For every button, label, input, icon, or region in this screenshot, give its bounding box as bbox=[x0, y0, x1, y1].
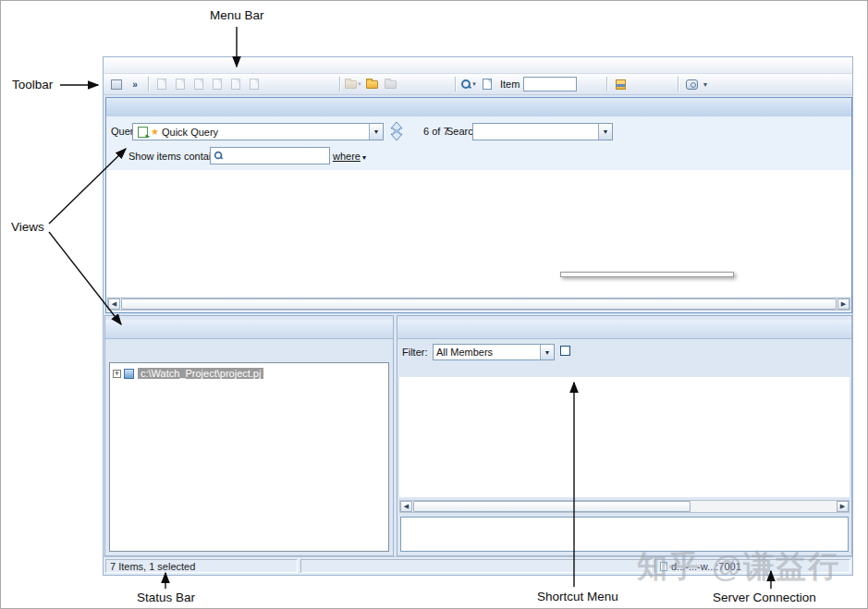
sandbox-tab-strip bbox=[105, 320, 393, 339]
toolbar: » ▾ ▾ Item ▼ bbox=[104, 74, 852, 95]
search-combobox[interactable]: ▼ bbox=[472, 123, 613, 140]
filter-items-input[interactable] bbox=[210, 147, 330, 164]
where-link[interactable]: where bbox=[333, 151, 366, 162]
members-panel: Filter: All Members ▼ ◀ ▶ bbox=[397, 315, 852, 556]
expander-plus-icon[interactable]: + bbox=[113, 370, 121, 378]
toolbar-separator bbox=[606, 77, 607, 91]
annotation-server-connection: Server Connection bbox=[713, 591, 816, 604]
annotation-shortcut-menu: Shortcut Menu bbox=[537, 590, 618, 603]
items-table-header bbox=[106, 170, 851, 186]
scroll-right-icon[interactable]: ▶ bbox=[837, 501, 849, 512]
query-panel: Query: ★Quick Query ▼ 6 of 7 Search: ▼ S… bbox=[106, 116, 851, 170]
scrollbar-thumb[interactable] bbox=[121, 298, 837, 310]
toolbar-overflow-chevron[interactable]: » bbox=[126, 76, 144, 92]
change-package-icon[interactable] bbox=[611, 76, 630, 92]
sandbox-root-node[interactable]: + c:\Watch_Project\project.pj bbox=[113, 366, 385, 381]
search-icon[interactable]: ▾ bbox=[459, 76, 478, 92]
view-tab-strip bbox=[106, 98, 851, 116]
search-dropdown-button[interactable]: ▼ bbox=[598, 124, 612, 140]
closed-folder-icon bbox=[381, 76, 399, 92]
query-view: Query: ★Quick Query ▼ 6 of 7 Search: ▼ S… bbox=[105, 97, 852, 313]
refresh-view-icon[interactable] bbox=[682, 76, 701, 92]
item-id-input[interactable] bbox=[523, 77, 577, 91]
screenshot-canvas: » ▾ ▾ Item ▼ bbox=[0, 0, 868, 609]
scroll-left-icon[interactable]: ◀ bbox=[400, 501, 412, 512]
item-action-icon-3 bbox=[189, 76, 208, 92]
edit-item-icon[interactable] bbox=[478, 76, 496, 92]
item-action-icon-5 bbox=[226, 76, 245, 92]
filter-dropdown-button[interactable]: ▼ bbox=[540, 345, 554, 359]
member-tree bbox=[399, 377, 850, 497]
toolbar-separator bbox=[678, 77, 679, 91]
result-range: 6 of 7 bbox=[423, 126, 449, 137]
query-combobox[interactable]: ★Quick Query ▼ bbox=[132, 123, 384, 140]
scrollbar-thumb[interactable] bbox=[413, 501, 691, 512]
item-action-icon-1 bbox=[153, 76, 171, 92]
item-action-icon-4 bbox=[208, 76, 226, 92]
member-filter-row: Filter: All Members ▼ bbox=[401, 343, 855, 361]
annotation-toolbar: Toolbar bbox=[12, 78, 53, 91]
application-window: » ▾ ▾ Item ▼ bbox=[103, 56, 853, 576]
open-project-icon[interactable] bbox=[362, 76, 381, 92]
shortcut-menu bbox=[560, 272, 734, 277]
watermark: 知乎 @谦益行 bbox=[637, 546, 840, 588]
query-icon bbox=[138, 127, 148, 138]
query-value: Quick Query bbox=[162, 127, 218, 138]
member-hscrollbar[interactable]: ◀ ▶ bbox=[399, 500, 850, 513]
item-action-icon-2 bbox=[171, 76, 189, 92]
annotation-menu-bar: Menu Bar bbox=[210, 8, 264, 22]
scroll-right-icon[interactable]: ▶ bbox=[837, 298, 850, 310]
filter-combobox[interactable]: All Members ▼ bbox=[433, 344, 555, 360]
search-icon bbox=[214, 152, 223, 160]
toolbar-separator bbox=[455, 77, 456, 91]
items-table-hscrollbar[interactable]: ◀ ▶ bbox=[107, 298, 850, 311]
query-dropdown-button[interactable]: ▼ bbox=[369, 124, 383, 140]
sandbox-folder-icon: ▾ bbox=[344, 76, 362, 92]
sandboxes-panel: + c:\Watch_Project\project.pj bbox=[104, 315, 394, 556]
status-items-summary: 7 Items, 1 selected bbox=[105, 559, 298, 573]
scroll-left-icon[interactable]: ◀ bbox=[108, 298, 120, 310]
viewset-icon[interactable] bbox=[107, 76, 126, 92]
sandbox-icon bbox=[124, 369, 134, 379]
status-middle-section bbox=[300, 559, 652, 573]
toolbar-separator bbox=[339, 77, 340, 91]
favorite-star-icon: ★ bbox=[151, 127, 159, 137]
navigate-results-icon[interactable] bbox=[389, 121, 404, 141]
annotation-status-bar: Status Bar bbox=[137, 591, 195, 604]
filter-label: Filter: bbox=[402, 347, 428, 358]
toolbar-separator bbox=[148, 77, 149, 91]
sandbox-root-path: c:\Watch_Project\project.pj bbox=[138, 368, 263, 379]
member-table-header bbox=[399, 363, 850, 377]
dropdown-arrow-icon[interactable]: ▼ bbox=[702, 81, 708, 88]
member-tab-strip bbox=[397, 320, 851, 339]
annotation-views: Views bbox=[11, 220, 44, 234]
items-table bbox=[106, 170, 851, 297]
menu-bar bbox=[104, 57, 852, 74]
item-action-icon-6 bbox=[245, 76, 263, 92]
sandbox-tree: + c:\Watch_Project\project.pj bbox=[109, 362, 389, 552]
filter-checkbox[interactable] bbox=[560, 346, 570, 356]
item-id-label: Item bbox=[500, 79, 520, 90]
